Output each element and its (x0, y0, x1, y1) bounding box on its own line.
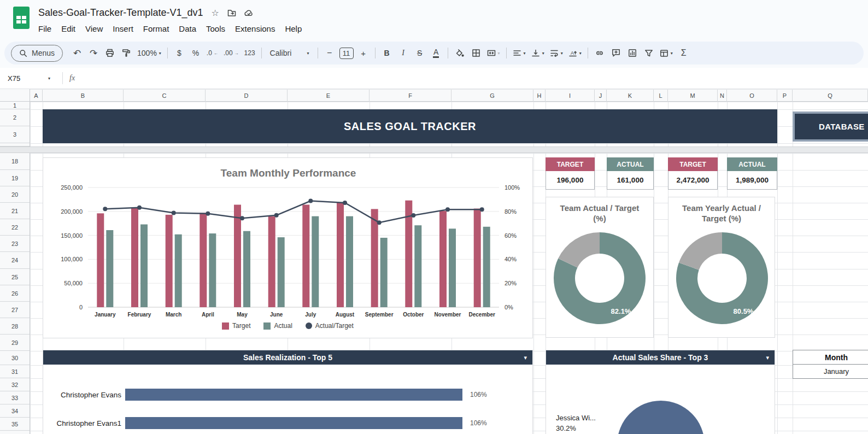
menu-edit[interactable]: Edit (56, 22, 80, 35)
format-percent-button[interactable]: % (188, 45, 203, 61)
fill-color-button[interactable] (452, 45, 467, 61)
font-size-input[interactable]: 11 (339, 48, 354, 59)
zoom-control[interactable]: 100%▾ (135, 45, 163, 61)
decrease-decimal-button[interactable]: .0← (204, 45, 220, 61)
col-header-C[interactable]: C (124, 90, 206, 102)
sheets-logo[interactable] (13, 7, 30, 29)
col-header-P[interactable]: P (777, 90, 793, 102)
menu-file[interactable]: File (33, 22, 56, 35)
undo-button[interactable]: ↶ (69, 45, 85, 61)
move-folder-icon[interactable] (227, 9, 236, 17)
row-header-3[interactable]: 3 (0, 126, 30, 143)
col-header-M[interactable]: M (668, 90, 718, 102)
col-header-B[interactable]: B (43, 90, 124, 102)
row-header-20[interactable]: 20 (0, 186, 30, 203)
row-header-31[interactable]: 31 (0, 365, 30, 378)
hbar[interactable] (125, 389, 462, 401)
font-select[interactable]: Calibri▾ (266, 45, 314, 61)
doc-title[interactable]: Sales-Goal-Tracker-Template-V1_dv1 (38, 7, 203, 19)
row-header-23[interactable]: 23 (0, 236, 30, 252)
row-header-33[interactable]: 33 (0, 391, 30, 404)
menus-search-button[interactable]: Menus (11, 45, 63, 62)
row-header-22[interactable]: 22 (0, 219, 30, 236)
hbar[interactable] (125, 417, 462, 429)
col-header-E[interactable]: E (288, 90, 370, 102)
number-format-button[interactable]: 123 (242, 45, 257, 61)
actual-sales-share-chart[interactable]: Actual Sales Share - Top 3 ▾ Jessica Wi.… (546, 350, 775, 434)
vertical-align-button[interactable]: ▾ (529, 45, 547, 61)
insert-chart-button[interactable] (625, 45, 640, 61)
sales-realization-chart[interactable]: Sales Realization - Top 5 ▾ Christopher … (43, 350, 533, 434)
row-header-34[interactable]: 34 (0, 404, 30, 418)
row-header-21[interactable]: 21 (0, 203, 30, 219)
name-box[interactable]: X75 ▾ (0, 74, 55, 83)
text-rotation-button[interactable]: A ▾ (566, 45, 584, 61)
bold-button[interactable]: B (379, 45, 395, 61)
monthly-performance-chart[interactable]: Team Monthly Performance00%50,00020%100,… (43, 157, 533, 338)
col-header-K[interactable]: K (607, 90, 654, 102)
redo-button[interactable]: ↷ (86, 45, 101, 61)
col-header-F[interactable]: F (370, 90, 451, 102)
create-filter-button[interactable] (641, 45, 656, 61)
row-header-35[interactable]: 35 (0, 418, 30, 431)
menu-extensions[interactable]: Extensions (230, 22, 280, 35)
row-header-25[interactable]: 25 (0, 269, 30, 285)
col-header-N[interactable]: N (718, 90, 727, 102)
chart-options-caret[interactable]: ▾ (766, 354, 769, 361)
kpi-value[interactable]: 196,000 (546, 171, 595, 190)
col-header-H[interactable]: H (533, 90, 546, 102)
col-header-D[interactable]: D (206, 90, 288, 102)
col-header-O[interactable]: O (727, 90, 777, 102)
increase-font-button[interactable]: + (356, 45, 371, 61)
row-header-24[interactable]: 24 (0, 252, 30, 269)
row-header-30[interactable]: 30 (0, 351, 30, 365)
borders-button[interactable] (468, 45, 484, 61)
team-actual-target-donut[interactable]: Team Actual / Target (%) 82.1% (546, 197, 654, 338)
col-header-A[interactable]: A (30, 90, 43, 102)
functions-button[interactable]: Σ (676, 45, 691, 61)
row-header-2[interactable]: 2 (0, 109, 30, 126)
increase-decimal-button[interactable]: .00→ (221, 45, 241, 61)
kpi-value[interactable]: 1,989,000 (727, 171, 777, 190)
italic-button[interactable]: I (396, 45, 411, 61)
star-icon[interactable]: ☆ (211, 8, 219, 18)
col-header-L[interactable]: L (654, 90, 668, 102)
menu-format[interactable]: Format (138, 22, 174, 35)
row-header-29[interactable]: 29 (0, 335, 30, 351)
select-all-corner[interactable] (0, 89, 30, 102)
kpi-value[interactable]: 2,472,000 (668, 171, 718, 190)
row-header-18[interactable]: 18 (0, 153, 30, 170)
text-color-button[interactable]: A (429, 45, 444, 61)
menu-help[interactable]: Help (280, 22, 307, 35)
kpi-value[interactable]: 161,000 (607, 171, 654, 190)
frozen-rows-divider[interactable] (0, 146, 868, 153)
format-currency-button[interactable]: $ (172, 45, 187, 61)
col-header-Q[interactable]: Q (793, 90, 868, 102)
row-header-1[interactable]: 1 (0, 102, 30, 109)
print-button[interactable] (102, 45, 118, 61)
table-views-button[interactable]: ▾ (658, 45, 675, 61)
col-header-G[interactable]: G (451, 90, 533, 102)
horizontal-align-button[interactable]: ▾ (511, 45, 528, 61)
col-header-J[interactable]: J (595, 90, 607, 102)
team-yearly-actual-target-donut[interactable]: Team Yearly Actual / Target (%) 80.5% (668, 197, 775, 338)
paint-format-button[interactable] (119, 45, 134, 61)
database-button[interactable]: DATABASE (793, 112, 868, 142)
menu-view[interactable]: View (80, 22, 108, 35)
insert-link-button[interactable] (592, 45, 607, 61)
row-header-28[interactable]: 28 (0, 318, 30, 335)
col-header-I[interactable]: I (546, 90, 595, 102)
row-header-32[interactable]: 32 (0, 378, 30, 391)
chart-options-caret[interactable]: ▾ (524, 354, 527, 361)
month-selector-value[interactable]: January (793, 365, 868, 379)
menu-tools[interactable]: Tools (201, 22, 230, 35)
row-header-19[interactable]: 19 (0, 170, 30, 186)
strikethrough-button[interactable]: S (412, 45, 427, 61)
merge-cells-button[interactable]: ▾ (485, 45, 502, 61)
row-header-27[interactable]: 27 (0, 302, 30, 318)
menu-data[interactable]: Data (174, 22, 201, 35)
row-header-26[interactable]: 26 (0, 285, 30, 302)
menu-insert[interactable]: Insert (108, 22, 138, 35)
insert-comment-button[interactable] (608, 45, 624, 61)
decrease-font-button[interactable]: − (322, 45, 337, 61)
